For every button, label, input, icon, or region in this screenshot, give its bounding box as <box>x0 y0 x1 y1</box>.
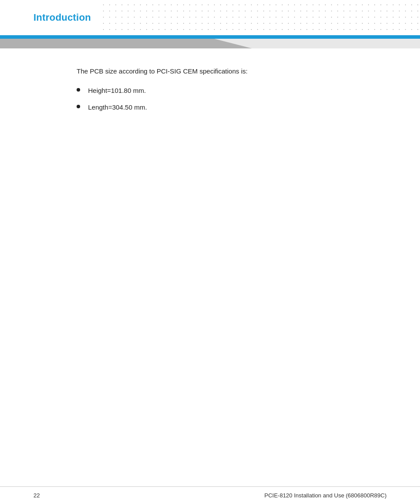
gray-diagonal-shape <box>0 39 252 48</box>
title-background: Introduction <box>0 4 100 31</box>
list-item: Height=101.80 mm. <box>77 85 387 96</box>
footer-doc-title: PCIE-8120 Installation and Use (6806800R… <box>264 492 387 499</box>
blue-accent-bar <box>0 35 420 39</box>
bullet-text-length: Length=304.50 mm. <box>88 102 147 113</box>
title-bar: Introduction <box>0 0 420 35</box>
intro-paragraph: The PCB size according to PCI-SIG CEM sp… <box>77 66 387 77</box>
bullet-dot-icon <box>77 105 80 108</box>
main-content: The PCB size according to PCI-SIG CEM sp… <box>0 48 420 136</box>
bullet-list: Height=101.80 mm. Length=304.50 mm. <box>77 85 387 113</box>
list-item: Length=304.50 mm. <box>77 102 387 113</box>
page-title: Introduction <box>33 12 91 23</box>
footer-page-number: 22 <box>33 492 40 499</box>
bullet-text-height: Height=101.80 mm. <box>88 85 146 96</box>
bullet-dot-icon <box>77 88 80 92</box>
page-footer: 22 PCIE-8120 Installation and Use (68068… <box>0 486 420 504</box>
gray-decorative-bar <box>0 39 420 48</box>
header-dots-area: Introduction <box>0 0 420 35</box>
